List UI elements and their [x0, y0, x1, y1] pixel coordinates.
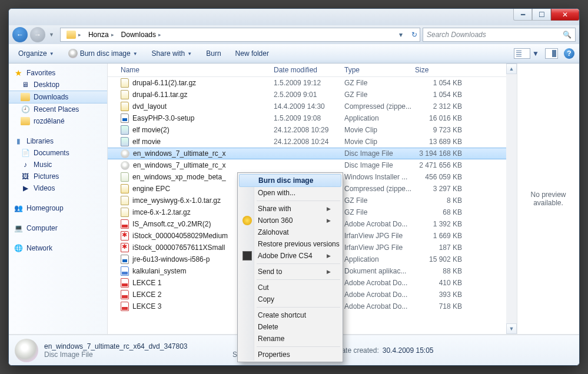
- col-size[interactable]: Size: [415, 66, 467, 74]
- file-type: Adobe Acrobat Do...: [344, 290, 415, 299]
- cm-open-with[interactable]: Open with...: [239, 187, 341, 199]
- scroll-up-button[interactable]: ▲: [506, 64, 517, 74]
- cm-burn-disc-image[interactable]: Burn disc image: [239, 174, 341, 187]
- pictures-icon: 🖼: [21, 172, 30, 181]
- file-icon: [121, 149, 129, 158]
- minimize-button[interactable]: ━: [513, 9, 532, 21]
- new-folder-button[interactable]: New folder: [231, 47, 274, 60]
- cm-backup[interactable]: Zálohovat: [239, 226, 341, 238]
- crumb-honza[interactable]: Honza▸: [85, 29, 118, 40]
- file-name: imce-6.x-1.2.tar.gz: [132, 208, 191, 216]
- cm-copy[interactable]: Copy: [239, 293, 341, 305]
- sidebar-item-rozdelane[interactable]: rozdělané: [9, 115, 107, 127]
- cm-cut[interactable]: Cut: [239, 282, 341, 293]
- title-bar: ━ ☐ ✕: [9, 9, 579, 25]
- file-row[interactable]: EasyPHP-3.0-setup1.5.2009 19:08Applicati…: [108, 112, 506, 124]
- favorites-header[interactable]: ★Favorites: [9, 67, 107, 79]
- sidebar-item-recent[interactable]: 🕘Recent Places: [9, 103, 107, 115]
- search-box[interactable]: Search Downloads 🔍: [423, 28, 576, 42]
- share-with-button[interactable]: Share with▼: [147, 47, 197, 60]
- recent-icon: 🕘: [21, 105, 30, 114]
- cm-adobe[interactable]: Adobe Drive CS4▶: [239, 250, 341, 262]
- file-icon: [121, 266, 129, 276]
- cm-norton[interactable]: Norton 360▶: [239, 215, 341, 226]
- col-name[interactable]: Name: [121, 66, 274, 74]
- scrollbar[interactable]: ▲ ▼: [506, 64, 517, 334]
- forward-button[interactable]: →: [30, 27, 45, 42]
- sidebar-item-pictures[interactable]: 🖼Pictures: [9, 171, 107, 182]
- submenu-arrow-icon: ▶: [327, 218, 331, 223]
- file-type: IrfanView JPG File: [344, 232, 415, 240]
- view-mode-button[interactable]: ▼: [514, 48, 539, 59]
- file-type: GZ File: [344, 196, 415, 205]
- burn-button[interactable]: Burn: [201, 47, 225, 60]
- nav-bar: ← → ▼ ▸ Honza▸ Downloads▸ ▾ ↻ Search Dow…: [9, 25, 579, 44]
- file-name: IS_Amsoft.cz_v0.2MR(2): [132, 220, 211, 228]
- file-icon: [121, 137, 129, 146]
- details-datecreated: Date created:30.4.2009 15:05: [337, 346, 434, 355]
- address-dropdown-button[interactable]: ▾: [399, 31, 403, 39]
- cm-share-with[interactable]: Share with▶: [239, 203, 341, 215]
- burn-disc-image-button[interactable]: Burn disc image▼: [64, 46, 142, 61]
- file-size: 393 KB: [415, 290, 467, 299]
- close-button[interactable]: ✕: [551, 9, 579, 21]
- maximize-icon: ☐: [539, 11, 545, 19]
- file-row[interactable]: en_windows_7_ultimate_rc_xDisc Image Fil…: [108, 148, 506, 159]
- sidebar-item-desktop[interactable]: 🖥Desktop: [9, 79, 107, 91]
- history-dropdown-button[interactable]: ▼: [48, 32, 55, 38]
- organize-button[interactable]: Organize▼: [14, 47, 59, 60]
- sidebar-item-music[interactable]: ♪Music: [9, 159, 107, 171]
- file-size: 718 KB: [415, 302, 467, 310]
- preview-pane-button[interactable]: [545, 48, 558, 59]
- file-size: 3 194 168 KB: [415, 149, 467, 158]
- cm-delete[interactable]: Delete: [239, 321, 341, 333]
- file-type: Movie Clip: [344, 126, 415, 134]
- file-date: 1.5.2009 19:08: [274, 114, 344, 122]
- scroll-down-button[interactable]: ▼: [506, 323, 517, 334]
- file-name: EasyPHP-3.0-setup: [132, 114, 194, 122]
- cm-shortcut[interactable]: Create shortcut: [239, 309, 341, 321]
- file-row[interactable]: elf movie(2)24.12.2008 10:29Movie Clip9 …: [108, 124, 506, 136]
- sidebar-item-homegroup[interactable]: 👥Homegroup: [9, 202, 107, 214]
- file-icon: [121, 231, 129, 241]
- maximize-button[interactable]: ☐: [532, 9, 551, 21]
- file-icon: [121, 113, 129, 123]
- details-filename: en_windows_7_ultimate_rc_x64_dvd_347803: [44, 342, 227, 350]
- file-row[interactable]: drupal-6.11.tar.gz2.5.2009 9:01GZ File1 …: [108, 89, 506, 101]
- sidebar-item-computer[interactable]: 💻Computer: [9, 222, 107, 234]
- downloads-folder-icon: [21, 92, 30, 102]
- file-row[interactable]: drupal-6.11(2).tar.gz1.5.2009 19:12GZ Fi…: [108, 77, 506, 89]
- sidebar-item-network[interactable]: 🌐Network: [9, 242, 107, 254]
- file-row[interactable]: dvd_layout14.4.2009 14:30Compressed (zip…: [108, 101, 506, 112]
- view-list-icon: [514, 48, 530, 59]
- file-size: 456 059 KB: [415, 173, 467, 181]
- sidebar-item-documents[interactable]: 📄Documents: [9, 147, 107, 159]
- file-name: LEKCE 3: [132, 302, 161, 310]
- cm-send-to[interactable]: Send to▶: [239, 266, 341, 278]
- file-type: Compressed (zippe...: [344, 102, 415, 111]
- scroll-track[interactable]: [506, 74, 517, 323]
- file-name: kalkulani_system: [132, 267, 186, 275]
- adobe-icon: [242, 251, 252, 261]
- cm-properties[interactable]: Properties: [239, 349, 341, 360]
- sidebar-item-downloads[interactable]: Downloads: [9, 91, 107, 103]
- file-size: 1 392 KB: [415, 220, 467, 228]
- refresh-button[interactable]: ↻: [411, 31, 417, 39]
- cm-rename[interactable]: Rename: [239, 333, 341, 345]
- file-row[interactable]: elf movie24.12.2008 10:24Movie Clip13 68…: [108, 136, 506, 148]
- file-type: Adobe Acrobat Do...: [344, 302, 415, 310]
- crumb-downloads[interactable]: Downloads▸: [118, 29, 165, 40]
- col-type[interactable]: Type: [344, 66, 415, 74]
- libraries-header[interactable]: ▮Libraries: [9, 135, 107, 147]
- back-button[interactable]: ←: [12, 27, 28, 42]
- folder-icon: [21, 116, 30, 126]
- cm-restore[interactable]: Restore previous versions: [239, 238, 341, 250]
- address-bar[interactable]: ▸ Honza▸ Downloads▸ ▾ ↻: [60, 28, 420, 42]
- file-date: 24.12.2008 10:24: [274, 138, 344, 146]
- file-name: en_windows_7_ultimate_rc_x: [133, 161, 225, 169]
- file-row[interactable]: en_windows_7_ultimate_rc_xDisc Image Fil…: [108, 159, 506, 171]
- sidebar-item-videos[interactable]: ▶Videos: [9, 182, 107, 194]
- col-date[interactable]: Date modified: [274, 66, 344, 74]
- homegroup-icon: 👥: [14, 203, 23, 213]
- help-button[interactable]: ?: [564, 48, 574, 59]
